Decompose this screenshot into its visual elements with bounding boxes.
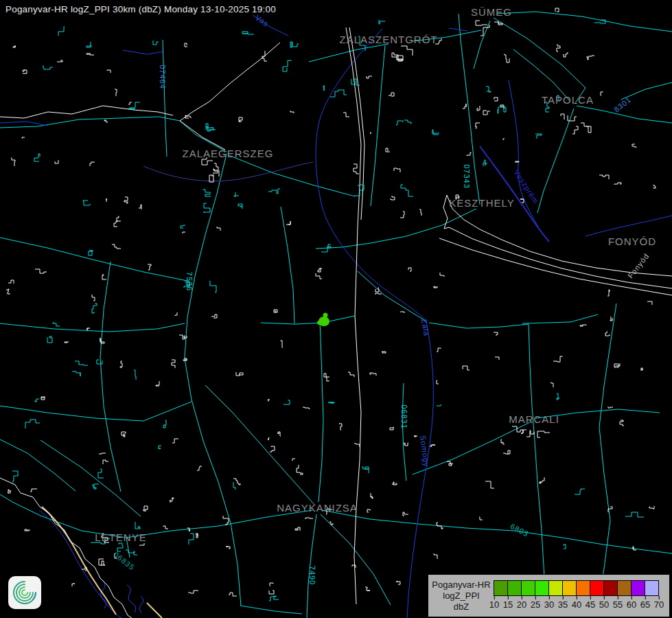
legend-colorbar-wrap: 10152025303540455055606570	[494, 575, 669, 617]
legend-product: logZ_PPI	[443, 591, 479, 602]
legend-tick: 60	[627, 599, 636, 610]
legend-tick: 40	[572, 599, 581, 610]
legend-color-cell	[631, 580, 645, 596]
legend-color-cell	[590, 580, 604, 596]
radar-title: Poganyvar-HR logZ_PPI 30km (dbZ) Monday …	[5, 4, 276, 14]
legend-tick: 65	[640, 599, 650, 610]
radar-echo	[317, 313, 329, 327]
base-map	[0, 0, 672, 618]
legend-color-cell	[521, 580, 535, 596]
legend-tick: 70	[654, 599, 664, 610]
legend-color-cell	[576, 580, 590, 596]
minor-road-network	[0, 12, 672, 618]
legend-colorbar	[494, 580, 659, 596]
legend-color-cell	[617, 580, 632, 596]
legend-color-cell	[535, 580, 549, 596]
legend-tick: 30	[544, 599, 554, 610]
legend-tick: 15	[503, 599, 513, 610]
legend-tick: 50	[599, 599, 609, 610]
legend-color-cell	[603, 580, 618, 596]
legend-tick: 45	[586, 599, 595, 610]
met-spiral-logo	[8, 576, 41, 609]
legend-unit: dbZ	[454, 602, 469, 613]
met-spiral-logo-icon	[8, 576, 41, 609]
legend-color-cell	[645, 580, 659, 596]
legend-color-cell	[507, 580, 522, 596]
legend-tick: 20	[517, 599, 526, 610]
legend-panel: Poganyvar-HR logZ_PPI dbZ 10152025303540…	[428, 574, 670, 617]
legend-tick: 25	[531, 599, 540, 610]
legend-color-cell	[548, 580, 563, 596]
legend-color-cell	[562, 580, 577, 596]
legend-source: Poganyvar-HR	[432, 580, 490, 591]
legend-tick: 55	[613, 599, 623, 610]
legend-tick-row: 10152025303540455055606570	[494, 596, 669, 617]
river-network	[0, 15, 672, 618]
legend-text-block: Poganyvar-HR logZ_PPI dbZ	[428, 575, 494, 617]
radar-map-view: Poganyvar-HR logZ_PPI 30km (dbZ) Monday …	[0, 0, 672, 618]
legend-tick: 10	[489, 599, 499, 610]
legend-color-cell	[494, 580, 508, 596]
legend-tick: 35	[558, 599, 568, 610]
